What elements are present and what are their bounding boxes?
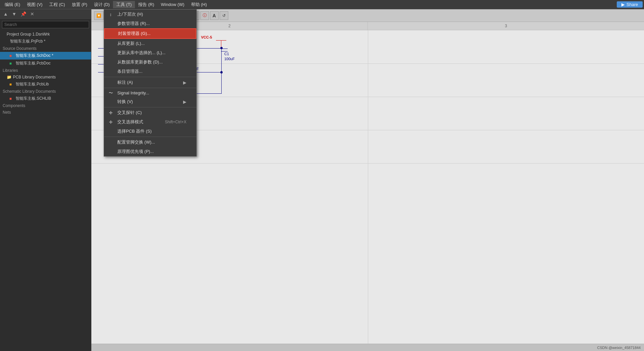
schlib-item[interactable]: ■ 智能车主板.SCHLIB <box>0 95 91 102</box>
annotate-arrow: ▶ <box>183 80 186 85</box>
menu-help[interactable]: 帮助 (H) <box>188 1 210 8</box>
menu-update-selected[interactable]: 更新从库中选择的... (L)... <box>104 48 196 58</box>
menu-item-mgr[interactable]: 条目管理器... <box>104 67 196 76</box>
select-pcb-label: 选择PCB 器件 (S) <box>117 128 152 134</box>
sep-cross <box>104 107 196 107</box>
menu-window[interactable]: Window (W) <box>158 1 188 8</box>
hierarchy-label: 上/下层次 (H) <box>117 11 143 17</box>
cross-probe-icon: ✛ <box>107 110 114 115</box>
menu-sch-prefs[interactable]: 原理图优先项 (P)... <box>104 147 196 156</box>
schdoc-item[interactable]: ■ 智能车主板.SchDoc * <box>0 52 91 59</box>
c1-plate-bot <box>221 51 228 52</box>
menu-param-mgr[interactable]: 参数管理器 (R)... <box>104 19 196 28</box>
schlib-icon: ■ <box>9 96 14 101</box>
project-name[interactable]: 智能车主板.PrjPcb * <box>0 38 91 45</box>
update-lib-label: 从库更新 (L)... <box>117 41 145 47</box>
cross-select-icon: ✛ <box>107 120 114 125</box>
share-label: Share <box>626 2 638 7</box>
menu-cross-select[interactable]: ✛ 交叉选择模式 Shift+Ctrl+X <box>104 117 196 127</box>
menu-place[interactable]: 放置 (P) <box>68 1 91 8</box>
menubar: 编辑 (E) 视图 (V) 工程 (C) 放置 (P) 设计 (D) 工具 (T… <box>0 0 644 9</box>
project-group[interactable]: Project Group 1.DsnWrk <box>0 31 91 38</box>
status-bar: CSDN @weixin_45871844 <box>91 344 644 351</box>
sep-annotate <box>104 77 196 77</box>
left-panel: ▲ ▼ 📌 ✕ Project Group 1.DsnWrk 智能车主板.Prj… <box>0 9 91 351</box>
signal-icon: 〜 <box>107 90 114 96</box>
libraries-header[interactable]: Libraries <box>0 67 91 74</box>
cross-select-shortcut: Shift+Ctrl+X <box>165 120 186 124</box>
filter-btn[interactable]: 🔽 <box>94 11 104 20</box>
signal-label: Signal Integrity... <box>117 90 149 95</box>
update-db-label: 从数据库更新参数 (D)... <box>117 59 163 65</box>
menu-view[interactable]: 视图 (V) <box>24 1 46 8</box>
search-input[interactable] <box>2 21 89 28</box>
text-btn[interactable]: A <box>210 11 219 20</box>
pcblib-label: 智能车主板.PcbLib <box>16 81 49 87</box>
menu-report[interactable]: 报告 (R) <box>135 1 158 8</box>
panel-nav-down[interactable]: ▼ <box>11 11 18 17</box>
pin-swap-label: 配置管脚交换 (W)... <box>117 139 155 145</box>
source-documents-header[interactable]: Source Documents <box>0 45 91 52</box>
sch-prefs-label: 原理图优先项 (P)... <box>117 149 154 155</box>
hierarchy-icon: ↕ <box>107 12 114 17</box>
panel-nav-up[interactable]: ▲ <box>2 11 9 17</box>
grid-h-4 <box>91 163 644 164</box>
gnd-wire-right-v <box>221 72 222 93</box>
panel-pin[interactable]: 📌 <box>19 11 28 17</box>
junction-2 <box>220 71 223 73</box>
menu-tools[interactable]: 工具 (T) <box>113 1 135 8</box>
menu-edit[interactable]: 编辑 (E) <box>1 1 24 8</box>
update-selected-label: 更新从库中选择的... (L)... <box>117 50 165 56</box>
menu-signal-integrity[interactable]: 〜 Signal Integrity... <box>104 89 196 97</box>
menu-project[interactable]: 工程 (C) <box>46 1 68 8</box>
project-group-label: Project Group 1.DsnWrk <box>7 32 50 37</box>
tools-menu: ↕ 上/下层次 (H) 参数管理器 (R)... 封装管理器 (G)... 从库… <box>104 9 197 157</box>
schematic-lib-docs-header[interactable]: Schematic Library Documents <box>0 88 91 95</box>
menu-select-pcb[interactable]: 选择PCB 器件 (S) <box>104 127 196 136</box>
tree-section: Project Group 1.DsnWrk 智能车主板.PrjPcb * So… <box>0 30 91 116</box>
annotate-label: 标注 (A) <box>117 79 133 85</box>
main-layout: ▲ ▼ 📌 ✕ Project Group 1.DsnWrk 智能车主板.Prj… <box>0 9 644 351</box>
schdoc-label: 智能车主板.SchDoc * <box>16 53 53 58</box>
pcb-library-docs[interactable]: 📁 PCB Library Documents <box>0 74 91 80</box>
menu-update-db[interactable]: 从数据库更新参数 (D)... <box>104 58 196 67</box>
param-mgr-label: 参数管理器 (R)... <box>117 21 150 27</box>
convert-arrow: ▶ <box>183 99 186 104</box>
menu-cross-probe[interactable]: ✛ 交叉探针 (C) <box>104 108 196 117</box>
components-header[interactable]: Components <box>0 102 91 109</box>
menu-convert[interactable]: 转换 (V) ▶ <box>104 97 196 106</box>
item-mgr-label: 条目管理器... <box>117 68 143 74</box>
menu-pin-swap[interactable]: 配置管脚交换 (W)... <box>104 138 196 147</box>
project-name-label: 智能车主板.PrjPcb * <box>10 39 46 44</box>
pcbdoc-item[interactable]: ■ 智能车主板.PcbDoc <box>0 59 91 67</box>
share-button[interactable]: ▶ Share <box>617 1 643 8</box>
pcb-library-label: PCB Library Documents <box>13 75 56 79</box>
menu-design[interactable]: 设计 (D) <box>91 1 113 8</box>
c1-label: C1 <box>224 52 229 56</box>
pcblib-icon: ■ <box>9 82 14 87</box>
nets-header[interactable]: Nets <box>0 109 91 116</box>
cross-probe-label: 交叉探针 (C) <box>117 110 142 116</box>
menu-footprint-mgr[interactable]: 封装管理器 (G)... <box>104 28 196 39</box>
panel-toolbar: ▲ ▼ 📌 ✕ <box>0 9 91 19</box>
schlib-label: 智能车主板.SCHLIB <box>16 96 51 101</box>
menu-hierarchy[interactable]: ↕ 上/下层次 (H) <box>104 10 196 19</box>
grid-v-1 <box>368 30 368 344</box>
vcc-wire-h <box>216 40 226 41</box>
watermark-text: CSDN @weixin_45871844 <box>597 346 641 350</box>
search-box <box>2 21 89 28</box>
share-icon: ▶ <box>621 2 625 7</box>
schematic-icon: ■ <box>9 54 14 58</box>
folder-icon-pcb: 📁 <box>7 75 11 79</box>
arc-btn[interactable]: ↺ <box>220 11 228 20</box>
vcc-net-label: VCC-5 <box>201 35 212 39</box>
pcblib-item[interactable]: ■ 智能车主板.PcbLib <box>0 80 91 88</box>
menu-annotate[interactable]: 标注 (A) ▶ <box>104 78 196 87</box>
pcbdoc-label: 智能车主板.PcbDoc <box>16 60 51 66</box>
footprint-mgr-label: 封装管理器 (G)... <box>118 31 151 37</box>
sep-signal <box>104 88 196 88</box>
c1-value: 100uF <box>224 57 235 61</box>
panel-close[interactable]: ✕ <box>29 11 36 17</box>
menu-update-lib[interactable]: 从库更新 (L)... <box>104 39 196 48</box>
info-btn[interactable]: ⓘ <box>200 11 209 20</box>
